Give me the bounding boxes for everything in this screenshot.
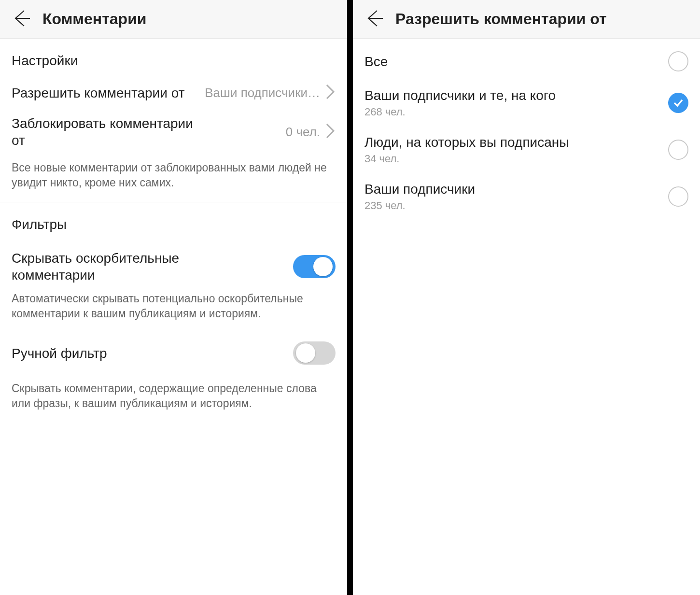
option-followers-and-following[interactable]: Ваши подписчики и те, на кого 268 чел. <box>353 79 700 126</box>
manual-filter-row: Ручной фильтр <box>0 333 347 368</box>
option-subtitle: 268 чел. <box>364 106 556 118</box>
option-title: Люди, на которых вы подписаны <box>364 134 569 151</box>
allow-comments-from-screen: Разрешить комментарии от Все Ваши подпис… <box>353 0 700 595</box>
block-comments-from-row[interactable]: Заблокировать комментарии от 0 чел. <box>0 108 347 156</box>
radio-unselected-icon <box>668 140 688 160</box>
block-comments-from-value: 0 чел. <box>286 125 320 140</box>
comments-settings-screen: Комментарии Настройки Разрешить коммента… <box>0 0 347 595</box>
hide-offensive-toggle[interactable] <box>293 255 336 278</box>
option-subtitle: 235 чел. <box>364 199 475 212</box>
back-button[interactable] <box>362 7 387 32</box>
option-subtitle: 34 чел. <box>364 153 569 165</box>
allow-comments-from-label: Разрешить комментарии от <box>12 85 184 101</box>
manual-filter-description: Скрывать комментарии, содержащие определ… <box>0 368 347 423</box>
radio-unselected-icon <box>668 186 688 207</box>
radio-unselected-icon <box>668 51 688 71</box>
screens-divider <box>347 0 353 595</box>
hide-offensive-label: Скрывать оскорбительные комментарии <box>12 250 245 283</box>
content: Все Ваши подписчики и те, на кого 268 че… <box>353 39 700 595</box>
allow-comments-from-row[interactable]: Разрешить комментарии от Ваши подписчики… <box>0 77 347 108</box>
option-following[interactable]: Люди, на которых вы подписаны 34 чел. <box>353 126 700 173</box>
header: Разрешить комментарии от <box>353 0 700 39</box>
hide-offensive-row: Скрывать оскорбительные комментарии <box>0 241 347 286</box>
section-title-settings: Настройки <box>0 39 347 77</box>
toggle-knob <box>296 343 315 363</box>
back-button[interactable] <box>9 7 34 32</box>
allow-comments-from-value: Ваши подписчики… <box>205 85 320 100</box>
arrow-left-icon <box>12 9 31 30</box>
manual-filter-toggle[interactable] <box>293 341 336 365</box>
page-title: Разрешить комментарии от <box>395 10 607 28</box>
toggle-knob <box>313 257 333 276</box>
manual-filter-label: Ручной фильтр <box>12 345 107 362</box>
block-comments-description: Все новые комментарии от заблокированных… <box>0 156 347 202</box>
page-title: Комментарии <box>42 10 146 28</box>
section-title-filters: Фильтры <box>0 202 347 241</box>
chevron-right-icon <box>325 84 336 101</box>
option-title: Ваши подписчики и те, на кого <box>364 87 556 104</box>
option-title: Ваши подписчики <box>364 181 475 198</box>
hide-offensive-description: Автоматически скрывать потенциально оско… <box>0 286 347 333</box>
block-comments-from-label: Заблокировать комментарии от <box>12 115 206 149</box>
option-title: Все <box>364 53 388 70</box>
chevron-right-icon <box>325 123 336 141</box>
content: Настройки Разрешить комментарии от Ваши … <box>0 39 347 595</box>
option-followers[interactable]: Ваши подписчики 235 чел. <box>353 173 700 220</box>
arrow-left-icon <box>364 9 384 30</box>
option-all[interactable]: Все <box>353 43 700 79</box>
header: Комментарии <box>0 0 347 39</box>
radio-selected-icon <box>668 93 688 113</box>
